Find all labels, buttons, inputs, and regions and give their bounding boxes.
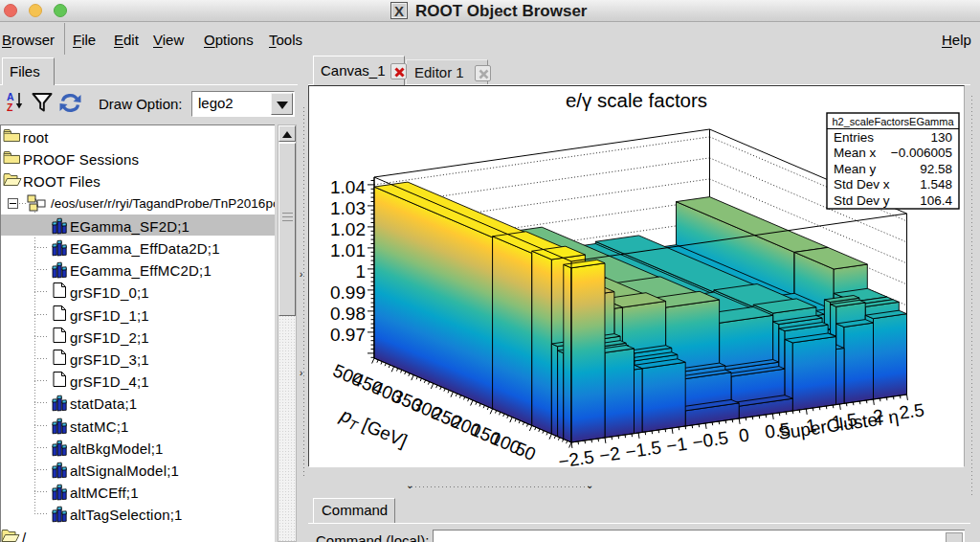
svg-text:h2_scaleFactorsEGamma: h2_scaleFactorsEGamma: [832, 116, 954, 127]
svg-text:Mean x: Mean x: [834, 146, 877, 160]
svg-text:Std Dev x: Std Dev x: [834, 177, 890, 192]
svg-text:−2: −2: [598, 443, 621, 466]
svg-text:1.03: 1.03: [330, 198, 366, 218]
svg-text:1.02: 1.02: [330, 219, 366, 239]
svg-text:Entries: Entries: [834, 130, 874, 145]
svg-text:Std Dev y: Std Dev y: [834, 193, 890, 208]
svg-text:1.548: 1.548: [920, 177, 952, 192]
svg-text:106.4: 106.4: [920, 193, 952, 208]
svg-text:130: 130: [930, 130, 952, 145]
svg-text:1.01: 1.01: [330, 240, 366, 260]
svg-text:Z: Z: [7, 102, 13, 113]
svg-text:1: 1: [355, 261, 366, 282]
svg-text:0.99: 0.99: [330, 282, 366, 303]
svg-text:0.98: 0.98: [330, 304, 366, 324]
svg-text:92.58: 92.58: [920, 162, 952, 176]
svg-text:1.04: 1.04: [330, 177, 366, 197]
svg-text:Mean y: Mean y: [834, 162, 877, 176]
svg-text:−1: −1: [665, 434, 688, 457]
svg-text:e/γ scale factors: e/γ scale factors: [566, 89, 707, 111]
svg-text:0.97: 0.97: [330, 325, 366, 345]
svg-text:2.5: 2.5: [898, 399, 925, 423]
svg-text:−0.006005: −0.006005: [891, 146, 952, 160]
